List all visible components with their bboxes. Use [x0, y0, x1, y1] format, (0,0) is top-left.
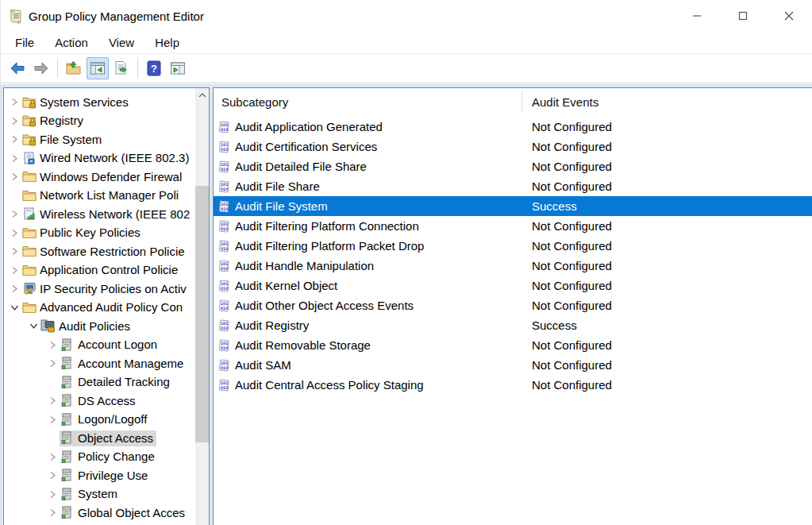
help-icon[interactable]: ? — [143, 57, 165, 79]
tree-item-body[interactable]: Wireless Network (IEEE 802 — [21, 207, 193, 222]
chevron-down-icon[interactable] — [8, 301, 21, 314]
export-list-icon[interactable] — [110, 57, 133, 79]
list-row-audit-filtering-platform-connection[interactable]: 101010Audit Filtering Platform Connectio… — [214, 216, 812, 236]
forward-icon[interactable] — [30, 57, 52, 79]
tree-item-body[interactable]: System Services — [21, 95, 132, 110]
tree-item-system-services[interactable]: System Services — [4, 93, 195, 112]
tree-selection-highlight[interactable]: Object Access — [60, 430, 156, 446]
show-action-pane-icon[interactable] — [167, 57, 189, 79]
chevron-right-icon[interactable] — [8, 245, 21, 258]
chevron-right-icon[interactable] — [46, 488, 60, 500]
tree-item-body[interactable]: Windows Defender Firewal — [21, 169, 185, 185]
chevron-right-icon[interactable] — [46, 413, 60, 426]
tree-item-system[interactable]: System — [4, 485, 195, 504]
tree-item-body[interactable]: Policy Change — [60, 449, 158, 465]
tree-scrollbar[interactable] — [195, 88, 209, 525]
maximize-button[interactable] — [720, 0, 766, 32]
tree-item-audit-policies[interactable]: Audit Policies — [4, 317, 195, 336]
chevron-right-icon[interactable] — [46, 469, 60, 482]
column-header-subcategory[interactable]: Subcategory — [221, 95, 288, 109]
list-row-audit-kernel-object[interactable]: 101010Audit Kernel ObjectNot Configured — [214, 276, 812, 295]
chevron-down-icon[interactable] — [27, 320, 40, 333]
tree-item-body[interactable]: Application Control Policie — [21, 262, 181, 278]
chevron-right-icon[interactable] — [46, 507, 60, 519]
tree-item-body[interactable]: Account Logon — [60, 337, 160, 353]
tree-item-application-control-policie[interactable]: Application Control Policie — [4, 261, 195, 280]
menu-item-file[interactable]: File — [7, 33, 42, 52]
tree-item-network-list-manager-poli[interactable]: Network List Manager Poli — [4, 187, 195, 206]
tree-item-body[interactable]: DS Access — [60, 393, 139, 409]
chevron-right-icon[interactable] — [46, 357, 60, 370]
column-header-audit-events[interactable]: Audit Events — [532, 95, 598, 109]
list-row-audit-central-access-policy-staging[interactable]: 101010Audit Central Access Policy Stagin… — [214, 375, 812, 395]
scrollbar-up-icon[interactable] — [195, 88, 209, 102]
tree-item-body[interactable]: Privilege Use — [60, 468, 151, 484]
tree-item-advanced-audit-policy-con[interactable]: Advanced Audit Policy Con — [4, 299, 195, 318]
tree-item-policy-change[interactable]: Policy Change — [4, 448, 195, 467]
tree-item-body[interactable]: Logon/Logoff — [60, 411, 150, 427]
scrollbar-thumb[interactable] — [195, 186, 209, 442]
close-button[interactable] — [766, 0, 812, 32]
tree-item-body[interactable]: File System — [21, 132, 105, 148]
list-row-audit-certification-services[interactable]: 101010Audit Certification ServicesNot Co… — [214, 137, 812, 156]
tree-item-wired-network-ieee-802-3[interactable]: Wired Network (IEEE 802.3) — [4, 149, 195, 168]
chevron-right-icon[interactable] — [8, 152, 21, 164]
column-divider[interactable] — [521, 91, 522, 113]
tree-item-public-key-policies[interactable]: Public Key Policies — [4, 224, 195, 243]
chevron-right-icon[interactable] — [8, 264, 21, 276]
chevron-right-icon[interactable] — [8, 96, 21, 109]
tree-item-body[interactable]: Wired Network (IEEE 802.3) — [21, 150, 192, 166]
chevron-right-icon[interactable] — [8, 114, 21, 127]
chevron-right-icon[interactable] — [8, 208, 21, 221]
tree-item-registry[interactable]: Registry — [4, 112, 195, 131]
tree-item-privilege-use[interactable]: Privilege Use — [4, 466, 195, 485]
tree-item-wireless-network-ieee-802[interactable]: Wireless Network (IEEE 802 — [4, 205, 195, 224]
tree-item-file-system[interactable]: File System — [4, 130, 195, 149]
tree-item-body[interactable]: Public Key Policies — [21, 225, 144, 241]
chevron-right-icon[interactable] — [8, 133, 21, 146]
menu-item-action[interactable]: Action — [47, 33, 96, 52]
chevron-right-icon[interactable] — [8, 283, 21, 295]
up-one-level-icon[interactable] — [63, 57, 85, 79]
tree-item-object-access[interactable]: Object Access — [4, 429, 195, 448]
list-row-audit-file-share[interactable]: 101010Audit File ShareNot Configured — [214, 176, 812, 196]
tree-item-detailed-tracking[interactable]: Detailed Tracking — [4, 373, 195, 392]
chevron-right-icon[interactable] — [46, 450, 60, 463]
tree-item-global-object-acces[interactable]: Global Object Acces — [4, 504, 195, 523]
tree-item-account-logon[interactable]: Account Logon — [4, 336, 195, 355]
tree-item-body[interactable]: Advanced Audit Policy Con — [21, 299, 186, 315]
show-console-tree-icon[interactable] — [87, 57, 109, 79]
chevron-right-icon[interactable] — [8, 171, 21, 183]
list-row-audit-removable-storage[interactable]: 101010Audit Removable StorageNot Configu… — [214, 335, 812, 355]
tree-item-logon-logoff[interactable]: Logon/Logoff — [4, 411, 195, 430]
list-row-audit-other-object-access-events[interactable]: 101010Audit Other Object Access EventsNo… — [214, 295, 812, 315]
tree-item-software-restriction-policie[interactable]: Software Restriction Policie — [4, 242, 195, 261]
tree-item-windows-defender-firewal[interactable]: Windows Defender Firewal — [4, 168, 195, 187]
chevron-right-icon[interactable] — [46, 338, 60, 351]
list-row-audit-handle-manipulation[interactable]: 101010Audit Handle ManipulationNot Confi… — [214, 256, 812, 276]
tree-item-body[interactable]: Global Object Acces — [60, 505, 188, 521]
tree-item-body[interactable]: Registry — [21, 113, 87, 129]
tree-item-ip-security-policies-on-activ[interactable]: IP Security Policies on Activ — [4, 280, 195, 299]
tree-item-body[interactable]: Account Manageme — [60, 356, 187, 372]
tree-item-account-manageme[interactable]: Account Manageme — [4, 354, 195, 373]
menu-item-view[interactable]: View — [101, 33, 142, 52]
tree-item-body[interactable]: Audit Policies — [40, 318, 133, 334]
menu-item-help[interactable]: Help — [147, 33, 187, 52]
list-row-audit-file-system[interactable]: 101010Audit File SystemSuccess — [214, 196, 812, 216]
tree-item-body[interactable]: IP Security Policies on Activ — [21, 281, 190, 297]
minimize-button[interactable] — [674, 0, 720, 32]
list-row-audit-application-generated[interactable]: 101010Audit Application GeneratedNot Con… — [214, 117, 812, 137]
list-row-audit-detailed-file-share[interactable]: 101010Audit Detailed File ShareNot Confi… — [214, 156, 812, 176]
list-row-audit-registry[interactable]: 101010Audit RegistrySuccess — [214, 315, 812, 335]
tree-item-ds-access[interactable]: DS Access — [4, 392, 195, 411]
chevron-right-icon[interactable] — [8, 226, 21, 239]
back-icon[interactable] — [6, 57, 29, 79]
chevron-right-icon[interactable] — [46, 395, 60, 407]
tree-item-body[interactable]: System — [60, 486, 121, 502]
tree-item-body[interactable]: Network List Manager Poli — [21, 187, 182, 203]
tree-item-body[interactable]: Detailed Tracking — [60, 374, 173, 390]
list-row-audit-sam[interactable]: 101010Audit SAMNot Configured — [214, 355, 812, 375]
tree-item-body[interactable]: Software Restriction Policie — [21, 244, 188, 260]
list-row-audit-filtering-platform-packet-drop[interactable]: 101010Audit Filtering Platform Packet Dr… — [214, 236, 812, 256]
